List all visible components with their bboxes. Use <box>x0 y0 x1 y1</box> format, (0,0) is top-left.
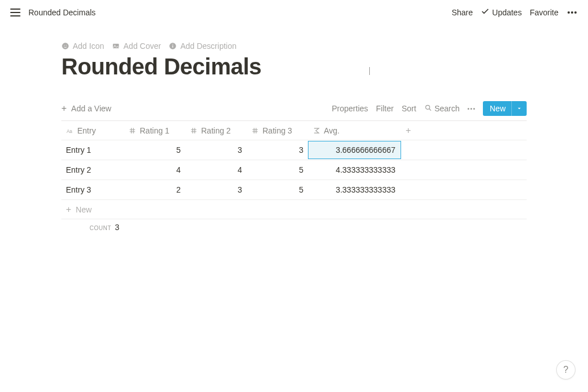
cell-avg[interactable]: 4.333333333333 <box>308 161 401 179</box>
column-entry[interactable]: Aa Entry <box>61 122 124 140</box>
cell-rating1[interactable]: 4 <box>124 161 185 179</box>
cell-rating3[interactable]: 3 <box>247 141 308 159</box>
table-header: Aa Entry Rating 1 Rating 2 Rating 3 Avg.… <box>61 121 527 140</box>
cell-rating1[interactable]: 5 <box>124 141 185 159</box>
search-icon <box>424 104 432 114</box>
page-title[interactable]: Rounded Decimals <box>61 54 527 80</box>
cell-rating3[interactable]: 5 <box>247 181 308 199</box>
cell-entry[interactable]: Entry 1 <box>61 141 124 159</box>
search-label: Search <box>435 104 460 113</box>
cell-rating2[interactable]: 4 <box>185 161 247 179</box>
updates-label: Updates <box>492 8 522 17</box>
menu-icon[interactable] <box>10 9 20 16</box>
add-description-button[interactable]: Add Description <box>169 41 236 51</box>
chevron-down-icon[interactable] <box>511 101 527 116</box>
add-cover-button[interactable]: Add Cover <box>112 41 161 51</box>
db-more-icon[interactable] <box>468 108 475 110</box>
add-column-button[interactable]: + <box>401 122 424 140</box>
more-icon[interactable] <box>566 11 578 14</box>
column-avg[interactable]: Avg. <box>308 122 401 140</box>
svg-point-7 <box>173 44 173 44</box>
svg-point-1 <box>64 45 65 45</box>
check-icon <box>481 7 490 18</box>
filter-button[interactable]: Filter <box>376 104 394 113</box>
new-label: New <box>483 104 511 113</box>
share-button[interactable]: Share <box>452 8 473 17</box>
plus-icon: + <box>66 205 71 214</box>
add-description-label: Add Description <box>180 41 236 51</box>
count-label: COUNT <box>90 225 111 231</box>
svg-point-0 <box>62 43 69 49</box>
new-row-label: New <box>76 205 91 214</box>
svg-point-8 <box>426 105 429 109</box>
new-row-button[interactable]: + New <box>61 200 527 219</box>
col-rating2-label: Rating 2 <box>201 126 231 135</box>
plus-icon: + <box>406 126 411 135</box>
cell-entry[interactable]: Entry 3 <box>61 181 124 199</box>
table-row[interactable]: Entry 3 2 3 5 3.333333333333 <box>61 180 527 200</box>
cell-rating2[interactable]: 3 <box>185 141 247 159</box>
col-avg-label: Avg. <box>324 126 340 135</box>
col-entry-label: Entry <box>77 126 96 135</box>
cell-rating2[interactable]: 3 <box>185 181 247 199</box>
cell-rating3[interactable]: 5 <box>247 161 308 179</box>
svg-rect-3 <box>113 44 119 48</box>
add-icon-button[interactable]: Add Icon <box>61 41 104 51</box>
plus-icon: + <box>61 104 66 113</box>
search-button[interactable]: Search <box>424 104 460 114</box>
table-row[interactable]: Entry 1 5 3 3 3.666666666667 <box>61 140 527 160</box>
database-table: Aa Entry Rating 1 Rating 2 Rating 3 Avg.… <box>61 120 527 235</box>
add-icon-label: Add Icon <box>73 41 104 51</box>
column-rating3[interactable]: Rating 3 <box>247 122 308 140</box>
col-rating1-label: Rating 1 <box>140 126 169 135</box>
cell-avg[interactable]: 3.666666666667 <box>308 141 401 159</box>
column-rating2[interactable]: Rating 2 <box>185 122 247 140</box>
breadcrumb[interactable]: Rounded Decimals <box>28 8 95 17</box>
cell-avg[interactable]: 3.333333333333 <box>308 181 401 199</box>
properties-button[interactable]: Properties <box>332 104 368 113</box>
sort-button[interactable]: Sort <box>402 104 416 113</box>
new-button[interactable]: New <box>483 101 527 116</box>
svg-line-9 <box>429 109 431 110</box>
updates-button[interactable]: Updates <box>481 7 522 18</box>
favorite-button[interactable]: Favorite <box>529 8 558 17</box>
add-view-label: Add a View <box>71 104 111 113</box>
count-value: 3 <box>115 223 119 232</box>
table-row[interactable]: Entry 2 4 4 5 4.333333333333 <box>61 160 527 180</box>
add-cover-label: Add Cover <box>123 41 161 51</box>
text-cursor <box>369 67 370 75</box>
svg-point-2 <box>66 45 66 45</box>
col-rating3-label: Rating 3 <box>262 126 292 135</box>
cell-rating1[interactable]: 2 <box>124 181 185 199</box>
column-rating1[interactable]: Rating 1 <box>124 122 185 140</box>
cell-entry[interactable]: Entry 2 <box>61 161 124 179</box>
add-view-button[interactable]: + Add a View <box>61 104 111 113</box>
svg-text:Aa: Aa <box>66 128 72 134</box>
table-footer: COUNT 3 <box>61 219 527 235</box>
svg-rect-6 <box>173 45 173 48</box>
count-summary[interactable]: COUNT 3 <box>61 223 124 232</box>
help-button[interactable]: ? <box>556 360 576 380</box>
